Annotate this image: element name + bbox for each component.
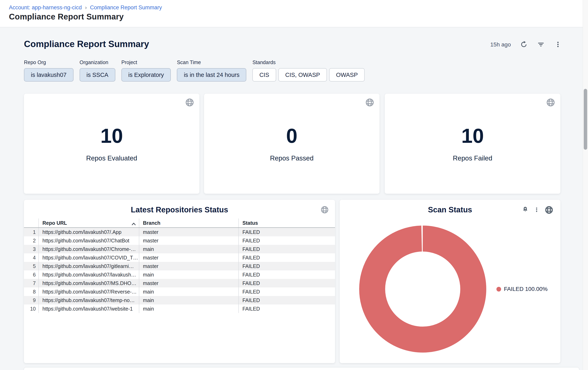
- table-row: 7 https://github.com/lavakush07/MS.DHO… …: [24, 279, 335, 288]
- scan-card-more-button[interactable]: [534, 206, 539, 214]
- globe-icon[interactable]: [546, 98, 555, 108]
- status-cell: FAILED: [238, 245, 335, 253]
- branch-cell: main: [139, 270, 238, 279]
- stat-value: 0: [286, 126, 297, 146]
- repositories-table: Repo URL Branch Status 1 https://github.…: [24, 219, 335, 313]
- globe-icon[interactable]: [320, 206, 329, 215]
- row-number: 2: [24, 236, 38, 245]
- table-row: 9 https://github.com/lavakush07/temp-no……: [24, 296, 335, 304]
- table-row: 4 https://github.com/lavakush07/COVID_T……: [24, 253, 335, 262]
- filter-button[interactable]: [537, 40, 545, 49]
- stat-card-repos-failed: 10 Repos Failed: [385, 94, 560, 194]
- page-title: Compliance Report Summary: [9, 12, 124, 21]
- stat-label: Repos Passed: [270, 154, 314, 162]
- filter-chip-scan-time[interactable]: is in the last 24 hours: [177, 68, 246, 81]
- filter-chip-standards-cis[interactable]: CIS: [252, 68, 276, 81]
- vertical-scrollbar-thumb[interactable]: [584, 89, 587, 150]
- table-row: 5 https://github.com/lavakush07/gitlearn…: [24, 262, 335, 270]
- kebab-menu-icon: [555, 41, 561, 49]
- status-cell: FAILED: [238, 228, 335, 236]
- branch-cell: master: [139, 253, 238, 262]
- stat-value: 10: [100, 126, 123, 146]
- filter-chip-project[interactable]: is Exploratory: [121, 68, 171, 81]
- table-row: 6 https://github.com/lavakush07/lavakush…: [24, 270, 335, 279]
- status-cell: FAILED: [238, 304, 335, 313]
- table-row: 10 https://github.com/lavakush07/website…: [24, 304, 335, 313]
- status-cell: FAILED: [238, 296, 335, 304]
- globe-icon[interactable]: [185, 98, 194, 108]
- filter-chip-repo-org[interactable]: is lavakush07: [24, 68, 74, 81]
- table-row: 1 https://github.com/lavakush07/.App mas…: [24, 228, 335, 236]
- row-number: 1: [24, 228, 38, 236]
- breadcrumb-separator: ›: [85, 4, 87, 11]
- row-number: 7: [24, 279, 38, 288]
- table-row: 8 https://github.com/lavakush07/Reverse-…: [24, 288, 335, 296]
- alert-bell-button[interactable]: [522, 206, 529, 214]
- table-row: 2 https://github.com/lavakush07/ChatBot …: [24, 236, 335, 245]
- filter-group-organization: Organization is SSCA: [80, 60, 115, 81]
- branch-cell: main: [139, 304, 238, 313]
- filter-icon: [537, 41, 545, 49]
- top-header: Account: app-harness-ng-cicd › Complianc…: [0, 0, 588, 27]
- breadcrumb-account-link[interactable]: Account: app-harness-ng-cicd: [9, 4, 82, 11]
- refresh-button[interactable]: [520, 40, 528, 49]
- kebab-menu-icon: [534, 206, 539, 214]
- table-title: Latest Repositories Status: [24, 200, 335, 214]
- row-number: 5: [24, 262, 38, 270]
- last-updated-label: 15h ago: [490, 41, 511, 48]
- scan-status-card: Scan Status: [340, 200, 560, 363]
- branch-cell: master: [139, 236, 238, 245]
- globe-icon[interactable]: [365, 98, 374, 108]
- next-widget-card-partial: [24, 368, 579, 370]
- filter-chip-standards-owasp[interactable]: OWASP: [329, 68, 365, 81]
- column-header-branch[interactable]: Branch: [139, 219, 238, 227]
- dashboard-controls: 15h ago: [490, 40, 562, 50]
- status-cell: FAILED: [238, 236, 335, 245]
- breadcrumb: Account: app-harness-ng-cicd › Complianc…: [9, 4, 162, 11]
- bell-plus-icon: [522, 206, 528, 214]
- filter-label: Standards: [252, 60, 365, 65]
- column-header-repo-url[interactable]: Repo URL: [38, 219, 139, 227]
- repo-url-cell: https://github.com/lavakush07/COVID_T…: [38, 253, 139, 262]
- status-cell: FAILED: [238, 270, 335, 279]
- row-number-header: [24, 219, 38, 227]
- latest-repositories-status-card: Latest Repositories Status Repo URL Bran…: [24, 200, 335, 363]
- more-menu-button[interactable]: [554, 40, 562, 49]
- vertical-scrollbar-track[interactable]: [583, 0, 588, 370]
- dashboard-title: Compliance Report Summary: [24, 39, 149, 49]
- row-number: 9: [24, 296, 38, 304]
- stat-label: Repos Evaluated: [86, 154, 137, 162]
- repo-url-cell: https://github.com/lavakush07/.App: [38, 228, 139, 236]
- refresh-icon: [520, 41, 527, 49]
- row-number: 3: [24, 245, 38, 253]
- filter-label: Repo Org: [24, 60, 74, 65]
- filter-label: Project: [121, 60, 171, 65]
- branch-cell: main: [139, 245, 238, 253]
- branch-cell: master: [139, 262, 238, 270]
- column-header-status[interactable]: Status: [238, 219, 335, 227]
- stat-value: 10: [461, 126, 484, 146]
- repo-url-cell: https://github.com/lavakush07/MS.DHO…: [38, 279, 139, 288]
- branch-cell: main: [139, 288, 238, 296]
- scan-status-donut-chart: [359, 226, 486, 352]
- status-cell: FAILED: [238, 279, 335, 288]
- breadcrumb-current-link[interactable]: Compliance Report Summary: [90, 4, 162, 11]
- globe-icon[interactable]: [545, 206, 554, 214]
- status-cell: FAILED: [238, 253, 335, 262]
- filter-chip-standards-cis-owasp[interactable]: CIS, OWASP: [278, 68, 327, 81]
- repo-url-cell: https://github.com/lavakush07/temp-no…: [38, 296, 139, 304]
- donut-slice-failed[interactable]: [372, 239, 473, 340]
- repo-url-cell: https://github.com/lavakush07/Reverse-…: [38, 288, 139, 296]
- stat-card-repos-passed: 0 Repos Passed: [204, 94, 379, 194]
- repo-url-cell: https://github.com/lavakush07/website-1: [38, 304, 139, 313]
- filter-group-scan-time: Scan Time is in the last 24 hours: [177, 60, 246, 81]
- branch-cell: master: [139, 228, 238, 236]
- branch-cell: master: [139, 279, 238, 288]
- legend-item-failed[interactable]: FAILED 100.00%: [496, 286, 548, 292]
- filter-chip-organization[interactable]: is SSCA: [80, 68, 115, 81]
- row-number: 4: [24, 253, 38, 262]
- stat-label: Repos Failed: [453, 154, 492, 162]
- repo-url-cell: https://github.com/lavakush07/Chrome-…: [38, 245, 139, 253]
- row-number: 10: [24, 304, 38, 313]
- filter-group-standards: Standards CIS CIS, OWASP OWASP: [252, 60, 365, 81]
